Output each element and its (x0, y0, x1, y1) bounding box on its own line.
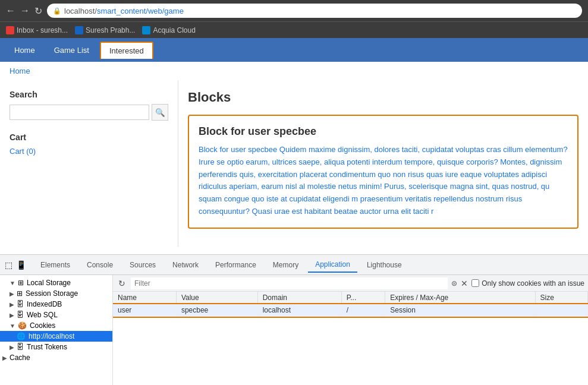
col-domain: Domain (257, 292, 341, 304)
cell-name: user (113, 304, 176, 317)
address-bar[interactable]: 🔒 localhost/smart_content/web/game (47, 4, 582, 18)
local-storage-icon: ⊞ (18, 279, 24, 287)
cookies-table: Name Value Domain P... Expires / Max-Age… (113, 292, 588, 317)
devtools-tab-lighthouse[interactable]: Lighthouse (360, 257, 409, 273)
clear-button[interactable]: ✕ (461, 279, 468, 288)
tab-game-list[interactable]: Game List (46, 42, 98, 58)
content-area: Blocks Block for user specbee Block for … (178, 80, 588, 247)
devtools-tab-console[interactable]: Console (80, 257, 120, 273)
indexeddb-icon: 🗄 (17, 300, 24, 308)
col-expires: Expires / Max-Age (385, 292, 535, 304)
dt-localhost-cookie[interactable]: 🌐 http://localhost (0, 331, 112, 342)
breadcrumb-home[interactable]: Home (10, 67, 30, 75)
devtools-tab-sources[interactable]: Sources (122, 257, 163, 273)
reload-button[interactable]: ↻ (34, 5, 42, 17)
filter-input[interactable] (131, 277, 448, 289)
dt-localhost-label: http://localhost (29, 332, 74, 340)
refresh-button[interactable]: ↻ (117, 278, 127, 289)
arrow-icon: ▶ (2, 355, 7, 361)
dt-local-storage[interactable]: ▼ ⊞ Local Storage (0, 277, 112, 288)
bookmark-suresh-label: Suresh Prabh... (86, 26, 135, 34)
session-storage-icon: ⊞ (17, 289, 23, 298)
col-path: P... (341, 292, 385, 304)
page-content: ← → ↻ 🔒 localhost/smart_content/web/game… (0, 0, 588, 254)
dt-trust-tokens[interactable]: ▶ 🗄 Trust Tokens (0, 342, 112, 352)
dt-cache-label: Cache (10, 354, 30, 362)
devtools-tab-elements[interactable]: Elements (33, 257, 77, 273)
breadcrumb-row: Home (0, 62, 588, 80)
only-issues-checkbox[interactable] (471, 279, 479, 287)
cell-expires: Session (385, 304, 535, 317)
address-bar-row: ← → ↻ 🔒 localhost/smart_content/web/game (0, 0, 588, 21)
dt-cache[interactable]: ▶ Cache (0, 352, 112, 363)
cell-value: specbee (176, 304, 257, 317)
cell-size (535, 304, 588, 317)
search-input[interactable] (10, 105, 149, 120)
cart-section-title: Cart (10, 132, 168, 142)
devtools-tabs: ⬚ 📱 Elements Console Sources Network Per… (0, 255, 588, 275)
tab-interested[interactable]: Interested (100, 42, 153, 59)
websql-icon: 🗄 (17, 311, 24, 319)
cell-path: / (341, 304, 385, 317)
only-issues-label: Only show cookies with an issue (482, 279, 584, 288)
dt-web-sql[interactable]: ▶ 🗄 Web SQL (0, 310, 112, 320)
dt-indexeddb-label: IndexedDB (27, 300, 62, 308)
devtools-tab-application[interactable]: Application (308, 257, 357, 273)
globe-icon: 🌐 (17, 332, 26, 340)
bookmark-acquia[interactable]: Acquia Cloud (142, 26, 195, 34)
bookmark-inbox-label: Inbox - suresh... (17, 26, 68, 34)
bookmark-suresh[interactable]: Suresh Prabh... (75, 26, 135, 34)
back-button[interactable]: ← (6, 5, 15, 16)
table-row[interactable]: user specbee localhost / Session (113, 304, 588, 317)
dt-local-storage-label: Local Storage (27, 279, 71, 287)
address-url-static: localhost/ (64, 7, 97, 15)
cell-domain: localhost (257, 304, 341, 317)
arrow-icon: ▼ (10, 323, 15, 329)
cart-link[interactable]: Cart (0) (10, 147, 36, 156)
address-url-path: smart_content/web/game (97, 7, 184, 15)
dt-session-storage-label: Session Storage (26, 289, 78, 298)
search-button[interactable]: 🔍 (152, 104, 168, 121)
devtools-body: ▼ ⊞ Local Storage ▶ ⊞ Session Storage ▶ … (0, 275, 588, 385)
dt-cookies[interactable]: ▼ 🍪 Cookies (0, 320, 112, 331)
block-card-title: Block for user specbee (199, 125, 568, 138)
trust-tokens-icon: 🗄 (17, 343, 24, 351)
sidebar: Search 🔍 Cart Cart (0) (0, 80, 178, 247)
col-value: Value (176, 292, 257, 304)
col-size: Size (535, 292, 588, 304)
main-area: Search 🔍 Cart Cart (0) Blocks Block for … (0, 80, 588, 247)
dt-websql-label: Web SQL (27, 311, 58, 319)
cookies-icon: 🍪 (18, 321, 27, 330)
block-card: Block for user specbee Block for user sp… (188, 115, 578, 229)
devtools-tab-network[interactable]: Network (165, 257, 206, 273)
block-card-text: Block for user specbee Quidem maxime dig… (199, 144, 568, 218)
dt-indexeddb[interactable]: ▶ 🗄 IndexedDB (0, 299, 112, 310)
dt-trust-tokens-label: Trust Tokens (27, 343, 67, 351)
devtools-toolbar: ↻ ⊜ ✕ Only show cookies with an issue (113, 275, 588, 292)
devtools-panel: ⬚ 📱 Elements Console Sources Network Per… (0, 254, 588, 385)
devtools-sidebar: ▼ ⊞ Local Storage ▶ ⊞ Session Storage ▶ … (0, 275, 113, 385)
filter-icon: ⊜ (451, 279, 457, 288)
col-name: Name (113, 292, 176, 304)
devtools-inspect-icon[interactable]: ⬚ (5, 260, 12, 270)
devtools-tab-memory[interactable]: Memory (266, 257, 306, 273)
devtools-tab-performance[interactable]: Performance (208, 257, 263, 273)
arrow-icon: ▶ (10, 291, 14, 297)
devtools-main: ↻ ⊜ ✕ Only show cookies with an issue Na… (113, 275, 588, 385)
only-issues-checkbox-label[interactable]: Only show cookies with an issue (471, 279, 584, 288)
bookmark-inbox[interactable]: Inbox - suresh... (6, 26, 68, 34)
devtools-device-icon[interactable]: 📱 (16, 260, 26, 270)
forward-button[interactable]: → (20, 5, 30, 16)
page-title: Blocks (188, 90, 578, 105)
search-container: 🔍 (10, 104, 168, 121)
arrow-icon: ▶ (10, 312, 14, 318)
dt-session-storage[interactable]: ▶ ⊞ Session Storage (0, 288, 112, 299)
app-nav: Home Game List Interested (0, 38, 588, 62)
bookmarks-bar: Inbox - suresh... Suresh Prabh... Acquia… (0, 21, 588, 38)
tab-home[interactable]: Home (6, 42, 43, 58)
arrow-icon: ▶ (10, 301, 14, 308)
page-wrapper: ← → ↻ 🔒 localhost/smart_content/web/game… (0, 0, 588, 385)
search-section-title: Search (10, 90, 168, 99)
arrow-icon: ▶ (10, 344, 14, 351)
devtools-icons: ⬚ 📱 (5, 260, 26, 270)
